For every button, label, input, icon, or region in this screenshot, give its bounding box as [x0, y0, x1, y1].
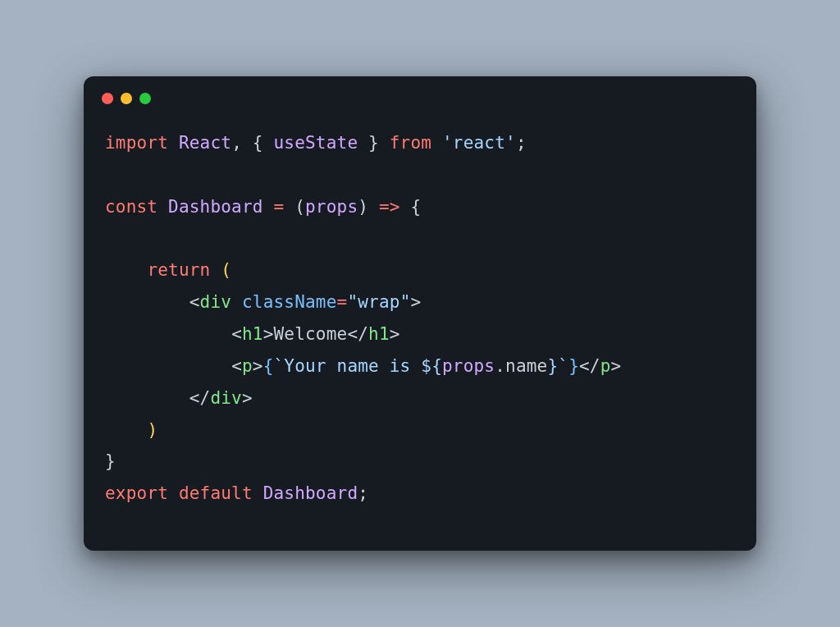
paren-close: ) — [147, 420, 158, 440]
interp-open: ${ — [421, 356, 442, 376]
identifier-name: name — [505, 356, 547, 376]
tag-close: > — [253, 356, 263, 376]
identifier-dashboard: Dashboard — [263, 483, 358, 503]
tag-close: > — [390, 324, 400, 344]
punct-comma: , — [231, 133, 242, 153]
close-icon[interactable] — [102, 93, 113, 104]
paren-open: ( — [221, 260, 231, 280]
tag-open: < — [189, 292, 200, 312]
interp-close: } — [547, 356, 558, 376]
backtick: ` — [274, 356, 285, 376]
tag-div: div — [200, 292, 232, 312]
tag-close: > — [263, 324, 274, 344]
tag-div-close: div — [210, 388, 242, 408]
maximize-icon[interactable] — [139, 93, 151, 104]
keyword-export: export — [105, 483, 168, 503]
tag-p: p — [242, 356, 253, 376]
tag-close: > — [611, 356, 622, 376]
identifier-react: React — [179, 133, 231, 153]
paren-open: ( — [294, 197, 305, 217]
string-module: react — [453, 133, 505, 153]
code-block: import React, { useState } from 'react';… — [84, 111, 756, 526]
tag-open: < — [231, 356, 242, 376]
identifier-dashboard: Dashboard — [168, 197, 263, 217]
string-wrap: wrap — [358, 292, 399, 312]
window-titlebar — [84, 76, 756, 111]
brace-close: } — [368, 133, 379, 153]
punct-dot: . — [495, 356, 505, 376]
keyword-default: default — [179, 483, 253, 503]
tag-open: </ — [189, 388, 211, 408]
backtick: ` — [558, 356, 568, 376]
tag-p-close: p — [600, 356, 611, 376]
tag-open: </ — [579, 356, 600, 376]
attr-classname: className — [242, 292, 337, 312]
tag-h1-close: h1 — [368, 324, 390, 344]
arrow: => — [379, 197, 400, 217]
code-window: import React, { useState } from 'react';… — [84, 76, 756, 551]
string-quote: " — [400, 292, 411, 312]
text-welcome: Welcome — [274, 324, 348, 344]
operator-eq: = — [274, 197, 285, 217]
keyword-const: const — [105, 197, 158, 217]
keyword-from: from — [390, 133, 431, 153]
punct-semi: ; — [516, 133, 527, 153]
brace-close: } — [105, 451, 116, 471]
brace-open: { — [253, 133, 263, 153]
jsx-brace-close: } — [568, 356, 579, 376]
operator-eq: = — [337, 292, 348, 312]
keyword-import: import — [105, 133, 168, 153]
minimize-icon[interactable] — [121, 93, 132, 104]
jsx-brace-open: { — [263, 356, 274, 376]
tag-open: < — [231, 324, 242, 344]
keyword-return: return — [147, 260, 210, 280]
identifier-usestate: useState — [274, 133, 358, 153]
tag-close: > — [410, 292, 421, 312]
string-quote: " — [347, 292, 358, 312]
tag-close: > — [242, 388, 253, 408]
param-props: props — [305, 197, 358, 217]
paren-close: ) — [358, 197, 368, 217]
identifier-props: props — [442, 356, 495, 376]
tag-h1: h1 — [242, 324, 263, 344]
template-text: Your name is — [284, 356, 421, 376]
punct-semi: ; — [358, 483, 368, 503]
tag-open: </ — [347, 324, 368, 344]
string-quote: ' — [442, 133, 453, 153]
brace-open: { — [410, 197, 421, 217]
string-quote: ' — [505, 133, 516, 153]
